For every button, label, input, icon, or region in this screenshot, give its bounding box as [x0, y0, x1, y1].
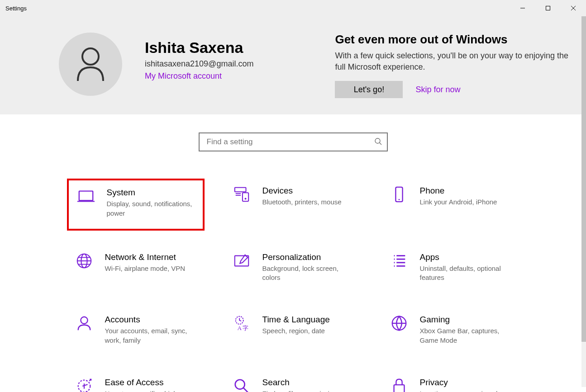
gaming-icon: [390, 315, 408, 333]
category-devices[interactable]: DevicesBluetooth, printers, mouse: [224, 179, 362, 231]
promo-title: Get even more out of Windows: [335, 33, 579, 47]
category-desc: Narrator, magnifier, high contrast: [105, 389, 198, 392]
category-text: PersonalizationBackground, lock screen, …: [262, 252, 356, 283]
category-text: AppsUninstall, defaults, optional featur…: [420, 252, 513, 283]
svg-rect-9: [234, 188, 246, 192]
ease-icon: [75, 378, 93, 392]
category-title: Phone: [420, 186, 513, 196]
profile-block: Ishita Saxena ishitasaxena2109@gmail.com…: [145, 33, 253, 98]
microsoft-account-link[interactable]: My Microsoft account: [145, 71, 253, 81]
category-desc: Display, sound, notifications, power: [107, 199, 196, 218]
search-icon: [374, 137, 382, 147]
svg-point-37: [235, 380, 244, 389]
svg-line-38: [243, 388, 248, 392]
category-system[interactable]: SystemDisplay, sound, notifications, pow…: [67, 179, 205, 231]
category-text: PhoneLink your Android, iPhone: [420, 186, 513, 207]
category-title: Privacy: [420, 378, 513, 387]
devices-icon: [233, 186, 251, 204]
privacy-icon: [390, 378, 408, 392]
category-text: AccountsYour accounts, email, sync, work…: [105, 315, 198, 345]
category-accounts[interactable]: AccountsYour accounts, email, sync, work…: [67, 307, 205, 356]
category-desc: Uninstall, defaults, optional features: [420, 264, 513, 283]
category-desc: Find my files, permissions: [262, 389, 356, 392]
skip-link[interactable]: Skip for now: [415, 85, 460, 94]
search-input[interactable]: [206, 137, 374, 147]
category-search[interactable]: SearchFind my files, permissions: [224, 370, 362, 392]
timelang-icon: A字: [233, 315, 251, 333]
category-title: Ease of Access: [105, 378, 198, 387]
window-controls: [510, 0, 586, 16]
promo-block: Get even more out of Windows With a few …: [335, 33, 579, 98]
category-desc: Bluetooth, printers, mouse: [262, 198, 356, 207]
phone-icon: [390, 186, 408, 204]
category-apps[interactable]: AppsUninstall, defaults, optional featur…: [382, 245, 519, 293]
svg-rect-10: [242, 193, 248, 202]
categories-grid: SystemDisplay, sound, notifications, pow…: [67, 179, 519, 392]
category-text: PrivacyLocation, camera, microphone: [420, 378, 513, 392]
search-box[interactable]: [199, 132, 388, 151]
category-gaming[interactable]: GamingXbox Game Bar, captures, Game Mode: [382, 307, 519, 356]
category-desc: Location, camera, microphone: [420, 389, 513, 392]
category-title: Search: [262, 378, 356, 387]
svg-rect-21: [234, 255, 248, 266]
category-text: SearchFind my files, permissions: [262, 378, 356, 392]
window-title: Settings: [5, 5, 27, 12]
category-text: DevicesBluetooth, printers, mouse: [262, 186, 356, 207]
category-title: Accounts: [105, 315, 198, 325]
svg-text:字: 字: [242, 325, 248, 332]
apps-icon: [390, 252, 408, 270]
svg-point-15: [398, 199, 400, 200]
svg-rect-39: [394, 385, 404, 392]
category-title: Network & Internet: [105, 252, 198, 262]
svg-point-11: [244, 198, 246, 200]
network-icon: [75, 252, 93, 270]
lets-go-button[interactable]: Let's go!: [335, 81, 403, 98]
svg-text:A: A: [237, 325, 242, 332]
category-desc: Speech, region, date: [262, 326, 356, 335]
body-area: SystemDisplay, sound, notifications, pow…: [0, 114, 586, 392]
category-desc: Xbox Game Bar, captures, Game Mode: [420, 326, 513, 345]
category-text: SystemDisplay, sound, notifications, pow…: [107, 188, 196, 218]
category-text: Ease of AccessNarrator, magnifier, high …: [105, 378, 198, 392]
category-desc: Your accounts, email, sync, work, family: [105, 326, 198, 345]
avatar[interactable]: [59, 33, 122, 96]
category-desc: Background, lock screen, colors: [262, 264, 356, 283]
category-phone[interactable]: PhoneLink your Android, iPhone: [382, 179, 519, 231]
category-privacy[interactable]: PrivacyLocation, camera, microphone: [382, 370, 519, 392]
maximize-button[interactable]: [535, 0, 561, 16]
category-title: Apps: [420, 252, 513, 262]
category-title: Personalization: [262, 252, 356, 262]
category-desc: Link your Android, iPhone: [420, 198, 513, 207]
svg-point-4: [82, 48, 99, 65]
scrollbar-track[interactable]: [581, 16, 586, 387]
category-title: System: [107, 188, 196, 198]
promo-actions: Let's go! Skip for now: [335, 81, 579, 98]
promo-desc: With a few quick selections, you'll be o…: [335, 50, 579, 73]
category-network[interactable]: Network & InternetWi-Fi, airplane mode, …: [67, 245, 205, 293]
category-personal[interactable]: PersonalizationBackground, lock screen, …: [224, 245, 362, 293]
category-text: Time & LanguageSpeech, region, date: [262, 315, 356, 335]
svg-point-5: [375, 138, 380, 143]
profile-email: ishitasaxena2109@gmail.com: [145, 59, 253, 69]
minimize-button[interactable]: [510, 0, 535, 16]
scrollbar-thumb[interactable]: [581, 16, 586, 342]
category-title: Time & Language: [262, 315, 356, 325]
header-area: Ishita Saxena ishitasaxena2109@gmail.com…: [0, 16, 586, 114]
system-icon: [77, 188, 95, 206]
svg-rect-1: [546, 6, 550, 10]
search-icon: [233, 378, 251, 392]
category-title: Gaming: [420, 315, 513, 325]
category-desc: Wi-Fi, airplane mode, VPN: [105, 264, 198, 273]
svg-line-6: [379, 142, 381, 145]
category-text: Network & InternetWi-Fi, airplane mode, …: [105, 252, 198, 273]
category-text: GamingXbox Game Bar, captures, Game Mode: [420, 315, 513, 345]
personal-icon: [233, 252, 251, 270]
titlebar: Settings: [0, 0, 586, 16]
close-button[interactable]: [561, 0, 586, 16]
category-timelang[interactable]: A字Time & LanguageSpeech, region, date: [224, 307, 362, 356]
category-ease[interactable]: Ease of AccessNarrator, magnifier, high …: [67, 370, 205, 392]
accounts-icon: [75, 315, 93, 333]
profile-name: Ishita Saxena: [145, 39, 253, 57]
svg-point-30: [81, 317, 87, 324]
person-icon: [75, 47, 106, 82]
